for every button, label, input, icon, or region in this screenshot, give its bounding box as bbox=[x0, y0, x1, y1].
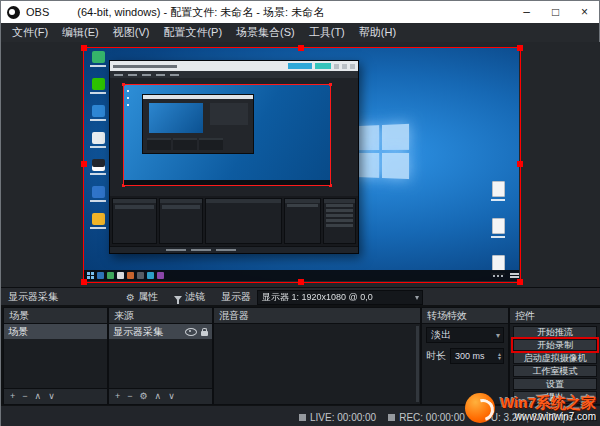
display-capture-preview[interactable] bbox=[83, 47, 519, 281]
duration-label: 时长 bbox=[426, 349, 446, 363]
remove-source-button[interactable]: − bbox=[127, 390, 132, 403]
desktop-icon bbox=[88, 159, 108, 175]
visibility-eye-icon[interactable] bbox=[185, 328, 197, 336]
rec-time: REC: 00:00:00 bbox=[399, 412, 465, 423]
taskbar-app-icon bbox=[147, 272, 154, 279]
dock-button bbox=[326, 204, 353, 207]
menu-view[interactable]: 视图(V) bbox=[106, 23, 157, 42]
status-text bbox=[216, 249, 236, 251]
start-square bbox=[91, 276, 94, 279]
source-properties-button[interactable]: ⚙ bbox=[140, 390, 148, 403]
nested-menu-item bbox=[128, 74, 137, 76]
minimize-button[interactable]: – bbox=[512, 1, 541, 23]
taskbar-app-icon bbox=[127, 272, 134, 279]
start-recording-button[interactable]: 开始录制 bbox=[513, 339, 597, 351]
dock-header bbox=[113, 199, 156, 203]
menu-profile[interactable]: 配置文件(P) bbox=[156, 23, 229, 42]
source-list-item[interactable]: 显示器采集 bbox=[109, 324, 212, 339]
file-icon bbox=[489, 181, 507, 201]
nested-title-accent bbox=[288, 63, 312, 69]
chevron-down-icon: ▾ bbox=[412, 293, 422, 302]
menu-tools[interactable]: 工具(T) bbox=[302, 23, 352, 42]
remove-scene-button[interactable]: − bbox=[22, 390, 27, 403]
sources-dock-title: 来源 bbox=[109, 308, 212, 324]
duration-spinbox[interactable]: 300 ms ▴ ▾ bbox=[450, 348, 504, 364]
source-toolbar: 显示器采集 ⚙ 属性 滤镜 显示器 显示器 1: 1920x1080 @ 0,0… bbox=[1, 287, 600, 306]
scene-list-item[interactable]: 场景 bbox=[4, 324, 107, 339]
desktop-icon bbox=[88, 78, 108, 94]
close-button[interactable]: × bbox=[570, 1, 599, 23]
windows-logo-pane bbox=[382, 153, 409, 179]
file-icon-label bbox=[491, 199, 505, 201]
dock-button bbox=[326, 219, 353, 222]
menu-help[interactable]: 帮助(H) bbox=[352, 23, 403, 42]
controls-dock: 控件 开始推流 开始录制 启动虚拟摄像机 工作室模式 设置 退出 bbox=[509, 307, 600, 405]
inner-title-bar bbox=[143, 95, 253, 99]
desktop-icon-glyph bbox=[92, 186, 105, 198]
filters-button[interactable]: 滤镜 bbox=[174, 290, 205, 304]
desktop-icon-label bbox=[90, 146, 106, 148]
display-select[interactable]: 显示器 1: 1920x1080 @ 0,0 ▾ bbox=[257, 290, 423, 305]
filters-label: 滤镜 bbox=[185, 290, 205, 304]
start-square bbox=[87, 272, 90, 275]
title-bar: OBS (64-bit, windows) - 配置文件: 未命名 - 场景: … bbox=[1, 1, 599, 23]
inner-dock bbox=[199, 138, 223, 150]
rec-status: REC: 00:00:00 bbox=[388, 412, 465, 423]
transition-select[interactable]: 淡出 ▾ bbox=[426, 327, 504, 343]
mini-desktop-icon bbox=[127, 97, 129, 99]
desktop-file-icons bbox=[489, 181, 507, 275]
sources-list: 显示器采集 bbox=[109, 324, 212, 388]
taskbar-app-icon bbox=[97, 272, 104, 279]
mixer-scrollbar[interactable] bbox=[416, 326, 419, 402]
nested-controls-dock bbox=[323, 198, 356, 244]
obs-logo-icon bbox=[7, 6, 20, 19]
controls-body: 开始推流 开始录制 启动虚拟摄像机 工作室模式 设置 退出 bbox=[510, 324, 600, 404]
preview-canvas bbox=[1, 42, 600, 287]
scene-down-button[interactable]: ∨ bbox=[48, 390, 55, 403]
lock-icon[interactable] bbox=[201, 331, 208, 336]
source-up-button[interactable]: ∧ bbox=[155, 390, 162, 403]
file-icon-glyph bbox=[492, 181, 505, 197]
dock-row bbox=[162, 205, 201, 209]
scene-up-button[interactable]: ∧ bbox=[35, 390, 42, 403]
spin-arrows[interactable]: ▴ ▾ bbox=[498, 352, 503, 360]
desktop-icon-label bbox=[90, 227, 106, 229]
transitions-body: 淡出 ▾ 时长 300 ms ▴ ▾ bbox=[422, 324, 508, 404]
nested-window-button bbox=[334, 64, 339, 69]
settings-button[interactable]: 设置 bbox=[513, 378, 597, 390]
desktop-icon bbox=[88, 51, 108, 67]
mini-desktop-icon bbox=[127, 104, 129, 106]
desktop-icon bbox=[88, 105, 108, 121]
taskbar-app-icon bbox=[137, 272, 144, 279]
record-indicator-icon bbox=[388, 414, 395, 421]
taskbar-app-icon bbox=[107, 272, 114, 279]
desktop-icon bbox=[88, 186, 108, 202]
studio-mode-button[interactable]: 工作室模式 bbox=[513, 365, 597, 377]
add-scene-button[interactable]: + bbox=[10, 390, 15, 403]
add-source-button[interactable]: + bbox=[115, 390, 120, 403]
obs-window: OBS (64-bit, windows) - 配置文件: 未命名 - 场景: … bbox=[0, 0, 600, 426]
menu-edit[interactable]: 编辑(E) bbox=[55, 23, 106, 42]
properties-button[interactable]: ⚙ 属性 bbox=[126, 290, 158, 304]
window-title: (64-bit, windows) - 配置文件: 未命名 - 场景: 未命名 bbox=[77, 5, 512, 20]
inner-dock bbox=[173, 138, 197, 150]
dock-button bbox=[326, 224, 353, 227]
desktop-icon-label bbox=[90, 65, 106, 67]
status-text bbox=[191, 249, 211, 251]
display-label: 显示器 bbox=[221, 290, 251, 304]
desktop-icon-label bbox=[90, 92, 106, 94]
spin-down-icon[interactable]: ▾ bbox=[498, 356, 501, 360]
transitions-dock-title: 转场特效 bbox=[422, 308, 508, 324]
start-virtual-camera-button[interactable]: 启动虚拟摄像机 bbox=[513, 352, 597, 364]
file-icon bbox=[489, 218, 507, 238]
display-select-value: 显示器 1: 1920x1080 @ 0,0 bbox=[258, 291, 412, 304]
menu-scene-collection[interactable]: 场景集合(S) bbox=[229, 23, 302, 42]
nested-menu-item bbox=[170, 74, 179, 76]
maximize-button[interactable]: □ bbox=[541, 1, 570, 23]
watermark: Win7系统之家 www.winwin7.com bbox=[465, 393, 596, 423]
controls-dock-title: 控件 bbox=[510, 308, 600, 324]
start-streaming-button[interactable]: 开始推流 bbox=[513, 326, 597, 338]
source-down-button[interactable]: ∨ bbox=[168, 390, 175, 403]
nested-menu-item bbox=[114, 74, 123, 76]
menu-file[interactable]: 文件(F) bbox=[5, 23, 55, 42]
